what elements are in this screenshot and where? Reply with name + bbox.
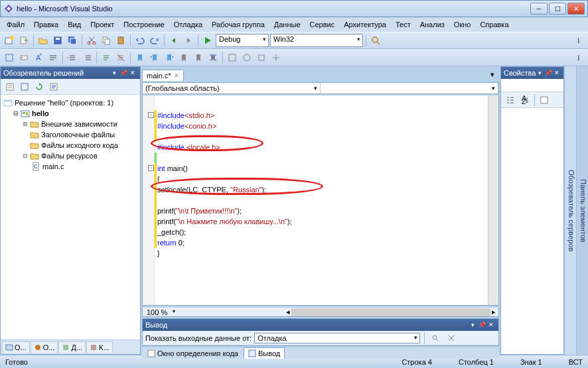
editor-scrollbar[interactable] bbox=[488, 95, 498, 305]
prop-dropdown-icon[interactable]: ▾ bbox=[536, 68, 544, 78]
hscrollbar[interactable] bbox=[291, 308, 490, 316]
param-info-icon[interactable] bbox=[17, 51, 31, 64]
prop-pages-icon[interactable] bbox=[538, 93, 551, 107]
show-all-icon[interactable] bbox=[18, 80, 31, 93]
bookmark-icon[interactable] bbox=[133, 51, 147, 64]
paste-icon[interactable] bbox=[114, 34, 127, 47]
start-debug-icon[interactable] bbox=[201, 34, 214, 47]
menu-tools[interactable]: Сервис bbox=[306, 19, 339, 30]
menu-edit[interactable]: Правка bbox=[30, 19, 62, 30]
menu-help[interactable]: Справка bbox=[476, 19, 512, 30]
output-pin-icon[interactable]: 📌 bbox=[477, 320, 486, 330]
properties-grid[interactable] bbox=[501, 108, 563, 354]
outline-margin[interactable] bbox=[143, 95, 155, 305]
menu-data[interactable]: Данные bbox=[270, 19, 305, 30]
file-main-c[interactable]: cmain.c bbox=[3, 161, 137, 172]
solution-tree[interactable]: Решение "hello" (проектов: 1) ⊟hello ⊞Вн… bbox=[1, 95, 140, 339]
code-editor[interactable]: −#include<stdio.h> #include<conio.h> #in… bbox=[142, 95, 499, 306]
bookmark-prev-icon[interactable] bbox=[148, 51, 161, 64]
tab-team-explorer[interactable]: О... bbox=[31, 341, 58, 353]
menu-architecture[interactable]: Архитектура bbox=[340, 19, 390, 30]
menu-team[interactable]: Рабочая группа bbox=[208, 19, 269, 30]
panel-close-icon[interactable]: ✕ bbox=[128, 68, 137, 78]
menu-view[interactable]: Вид bbox=[64, 19, 85, 30]
output-header[interactable]: Вывод ▾ 📌 ✕ bbox=[143, 319, 498, 331]
undo-icon[interactable] bbox=[133, 34, 147, 47]
platform-combo[interactable]: Win32 bbox=[270, 34, 363, 47]
panel-dropdown-icon[interactable]: ▾ bbox=[110, 68, 119, 78]
prop-object-combo[interactable] bbox=[501, 79, 563, 92]
tab-list-icon[interactable]: ▾ bbox=[486, 68, 499, 81]
refresh-icon[interactable] bbox=[33, 80, 46, 93]
hscroll-right-icon[interactable]: ▸ bbox=[492, 308, 496, 316]
nav-back-icon[interactable] bbox=[167, 34, 181, 47]
redo-icon[interactable] bbox=[148, 34, 161, 47]
indent-more-icon[interactable] bbox=[80, 51, 94, 64]
bookmark-next-icon[interactable] bbox=[163, 51, 176, 64]
misc-icon-4[interactable] bbox=[269, 51, 283, 64]
toolbar2-overflow-icon[interactable]: ⁞ bbox=[572, 51, 585, 64]
bookmark-next-folder-icon[interactable] bbox=[192, 51, 205, 64]
toolbar-overflow-icon[interactable]: ⁞ bbox=[572, 34, 585, 47]
menu-project[interactable]: Проект bbox=[86, 19, 118, 30]
zoom-combo[interactable]: 100 % bbox=[145, 308, 177, 316]
prop-pin-icon[interactable]: 📌 bbox=[544, 68, 553, 78]
tab-code-definition[interactable]: Окно определения кода bbox=[143, 348, 242, 359]
ext-deps-folder[interactable]: ⊞Внешние зависимости bbox=[3, 119, 137, 129]
comment-icon[interactable] bbox=[100, 51, 113, 64]
pin-icon[interactable]: 📌 bbox=[119, 68, 128, 78]
cut-icon[interactable] bbox=[85, 34, 98, 47]
menu-test[interactable]: Тест bbox=[392, 19, 415, 30]
word-wrap-icon[interactable] bbox=[46, 51, 60, 64]
prop-close-icon[interactable]: ✕ bbox=[552, 68, 561, 78]
tab-output[interactable]: Вывод bbox=[244, 347, 285, 359]
bookmark-clear-icon[interactable] bbox=[206, 51, 220, 64]
header-files-folder[interactable]: Заголовочные файлы bbox=[3, 129, 137, 140]
quick-info-icon[interactable]: A* bbox=[32, 51, 45, 64]
save-all-icon[interactable] bbox=[66, 34, 79, 47]
uncomment-icon[interactable] bbox=[114, 51, 127, 64]
output-dropdown-icon[interactable]: ▾ bbox=[468, 320, 477, 330]
find-icon[interactable] bbox=[369, 34, 382, 47]
close-button[interactable]: ✕ bbox=[567, 3, 585, 15]
tab-sol-explorer[interactable]: О... bbox=[2, 341, 30, 353]
output-find-icon[interactable] bbox=[429, 332, 442, 345]
new-project-icon[interactable] bbox=[3, 34, 16, 47]
minimize-button[interactable]: ─ bbox=[530, 3, 548, 15]
project-node[interactable]: ⊟hello bbox=[3, 108, 137, 119]
code-text[interactable]: −#include<stdio.h> #include<conio.h> #in… bbox=[155, 95, 488, 305]
misc-icon-3[interactable] bbox=[255, 51, 268, 64]
bookmark-prev-folder-icon[interactable] bbox=[177, 51, 190, 64]
properties-icon[interactable] bbox=[3, 80, 17, 93]
solution-node[interactable]: Решение "hello" (проектов: 1) bbox=[3, 97, 137, 108]
hscroll-left-icon[interactable]: ◂ bbox=[286, 308, 290, 316]
menu-window[interactable]: Окно bbox=[450, 19, 475, 30]
categorized-icon[interactable] bbox=[504, 93, 517, 107]
alphabetical-icon[interactable]: AZ bbox=[518, 93, 532, 107]
properties-header[interactable]: Свойства ▾ 📌 ✕ bbox=[501, 67, 563, 79]
server-explorer-strip[interactable]: Обозреватель серверов bbox=[564, 66, 576, 355]
solution-explorer-header[interactable]: Обозреватель решений ▾ 📌 ✕ bbox=[1, 67, 140, 79]
add-item-icon[interactable]: + bbox=[17, 34, 31, 47]
output-clear-icon[interactable] bbox=[445, 332, 458, 345]
resource-files-folder[interactable]: ⊟Файлы ресурсов bbox=[3, 151, 137, 161]
save-icon[interactable] bbox=[51, 34, 64, 47]
tab-other[interactable]: К... bbox=[86, 341, 113, 353]
output-close-icon[interactable]: ✕ bbox=[486, 320, 496, 330]
open-icon[interactable] bbox=[37, 34, 50, 47]
output-source-combo[interactable]: Отладка bbox=[254, 333, 420, 343]
tab-class-view[interactable]: Д... bbox=[58, 341, 86, 353]
config-combo[interactable]: Debug bbox=[216, 34, 269, 47]
menu-build[interactable]: Построение bbox=[119, 19, 168, 30]
misc-icon-1[interactable] bbox=[226, 51, 239, 64]
tab-close-icon[interactable]: ✕ bbox=[174, 72, 179, 79]
menu-analyze[interactable]: Анализ bbox=[416, 19, 449, 30]
tab-main-c[interactable]: main.c*✕ bbox=[142, 70, 184, 81]
toolbox-strip[interactable]: Панель элементов bbox=[576, 66, 588, 355]
source-files-folder[interactable]: Файлы исходного кода bbox=[3, 140, 137, 151]
maximize-button[interactable]: ☐ bbox=[549, 3, 566, 15]
menu-debug[interactable]: Отладка bbox=[170, 19, 206, 30]
copy-icon[interactable] bbox=[100, 34, 113, 47]
member-combo[interactable] bbox=[321, 83, 498, 93]
scope-combo[interactable]: (Глобальная область) bbox=[143, 83, 321, 93]
